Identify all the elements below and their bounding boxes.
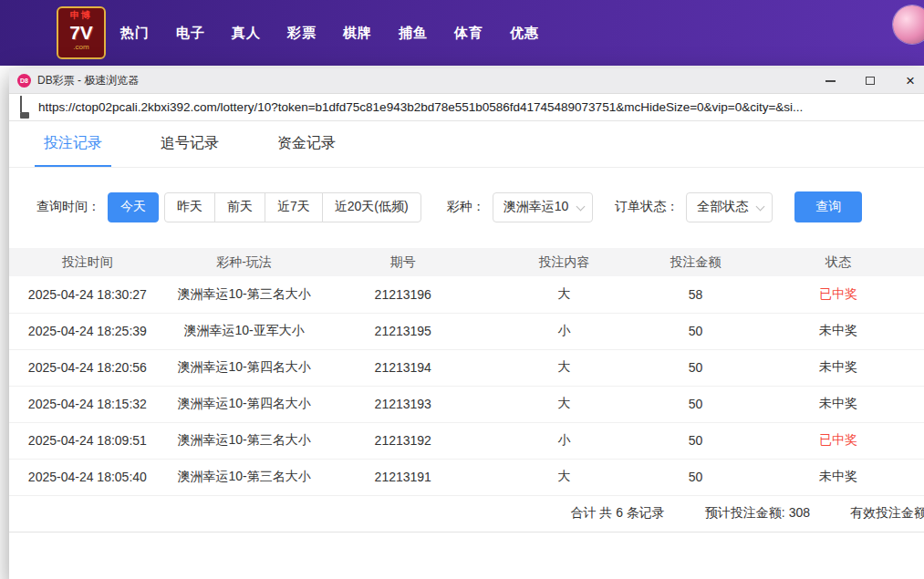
table-row: 2025-04-24 18:15:32 澳洲幸运10-第四名大小 2121319… <box>9 386 924 422</box>
record-tabs: 投注记录 追号记录 资金记录 <box>9 121 924 168</box>
col-header-play: 彩种-玩法 <box>166 248 323 276</box>
time-filter-20days[interactable]: 近20天(低频) <box>322 192 421 222</box>
lottery-select[interactable]: 澳洲幸运10 <box>493 192 594 222</box>
browser-urlbar[interactable]: https://ctop02pcali.2kbxi392.com/lottery… <box>9 94 924 121</box>
cell-status: 未中奖 <box>746 459 924 495</box>
order-status-select[interactable]: 全部状态 <box>686 192 773 222</box>
cell-amount: 50 <box>645 313 746 349</box>
chevron-down-icon <box>756 202 765 211</box>
cell-status: 未中奖 <box>746 386 924 422</box>
time-filter-today[interactable]: 今天 <box>108 192 159 222</box>
cell-issue: 21213191 <box>322 459 483 495</box>
cell-issue: 21213192 <box>322 422 483 459</box>
table-row: 2025-04-24 18:20:56 澳洲幸运10-第四名大小 2121319… <box>9 349 924 386</box>
app-icon: D8 <box>17 74 31 88</box>
cell-play: 澳洲幸运10-第三名大小 <box>166 276 323 313</box>
cell-status: 未中奖 <box>746 313 924 349</box>
browser-titlebar[interactable]: D8 DB彩票 - 极速浏览器 × <box>9 68 924 94</box>
tab-chase-records[interactable]: 追号记录 <box>151 121 228 167</box>
avatar[interactable] <box>893 5 924 44</box>
table-row: 2025-04-24 18:30:27 澳洲幸运10-第三名大小 2121319… <box>9 276 924 313</box>
table-row: 2025-04-24 18:09:51 澳洲幸运10-第三名大小 2121319… <box>9 422 924 459</box>
minimize-button[interactable] <box>810 68 850 93</box>
time-filter-yesterday[interactable]: 昨天 <box>164 192 215 222</box>
url-text[interactable]: https://ctop02pcali.2kbxi392.com/lottery… <box>38 100 803 114</box>
cell-amount: 50 <box>645 459 746 495</box>
close-button[interactable]: × <box>890 68 924 93</box>
logo-text-bottom: .com <box>58 43 104 51</box>
lottery-select-value: 澳洲幸运10 <box>504 199 569 215</box>
col-header-status: 状态 <box>746 248 924 276</box>
minimize-icon <box>825 80 836 82</box>
nav-item-live[interactable]: 真人 <box>232 25 261 42</box>
cell-time: 2025-04-24 18:05:40 <box>9 459 166 495</box>
logo-text-top: 申博 <box>58 9 104 22</box>
cell-time: 2025-04-24 18:30:27 <box>9 276 166 313</box>
time-filter-day-before[interactable]: 前天 <box>214 192 265 222</box>
cell-play: 澳洲幸运10-亚军大小 <box>166 313 323 349</box>
nav-item-hot[interactable]: 热门 <box>120 25 150 42</box>
cell-issue: 21213194 <box>322 349 483 386</box>
order-status-value: 全部状态 <box>697 199 748 215</box>
filter-bar: 查询时间： 今天 昨天 前天 近7天 近20天(低频) 彩种： 澳洲幸运10 订… <box>9 168 924 222</box>
order-status-label: 订单状态： <box>615 199 679 215</box>
cell-time: 2025-04-24 18:25:39 <box>9 313 166 349</box>
table-header-row: 投注时间 彩种-玩法 期号 投注内容 投注金额 状态 <box>9 248 924 276</box>
nav-item-fishing[interactable]: 捕鱼 <box>399 25 428 42</box>
logo-text-main: 7V <box>58 22 104 43</box>
nav-item-slots[interactable]: 电子 <box>176 25 205 42</box>
table-row: 2025-04-24 18:25:39 澳洲幸运10-亚军大小 21213195… <box>9 313 924 349</box>
cell-time: 2025-04-24 18:09:51 <box>9 422 166 459</box>
cell-status: 未中奖 <box>746 349 924 386</box>
chevron-down-icon <box>576 202 586 211</box>
table-row: 2025-04-24 18:05:40 澳洲幸运10-第三名大小 2121319… <box>9 459 924 495</box>
maximize-icon <box>866 77 875 85</box>
cell-status: 已中奖 <box>746 422 924 459</box>
col-header-content: 投注内容 <box>483 248 645 276</box>
cell-content: 大 <box>483 276 645 313</box>
site-header: 申博 7V .com 热门 电子 真人 彩票 棋牌 捕鱼 体育 优惠 <box>0 0 924 66</box>
cell-content: 大 <box>483 349 645 386</box>
page-content: 投注记录 追号记录 资金记录 查询时间： 今天 昨天 前天 近7天 近20天(低… <box>9 121 924 579</box>
summary-expected-amount: 预计投注金额: 308 <box>705 505 810 522</box>
col-header-amount: 投注金额 <box>645 248 746 276</box>
tab-fund-records[interactable]: 资金记录 <box>268 121 345 167</box>
time-filter-label: 查询时间： <box>36 199 100 215</box>
col-header-issue: 期号 <box>322 248 483 276</box>
window-title: DB彩票 - 极速浏览器 <box>37 73 139 88</box>
tab-bet-records[interactable]: 投注记录 <box>35 121 111 167</box>
cell-time: 2025-04-24 18:20:56 <box>9 349 166 386</box>
cell-amount: 58 <box>645 276 746 313</box>
cell-amount: 50 <box>645 422 746 459</box>
close-icon: × <box>906 73 915 88</box>
cell-issue: 21213195 <box>322 313 483 349</box>
summary-total-records: 合计 共 6 条记录 <box>570 505 664 522</box>
cell-amount: 50 <box>645 386 746 422</box>
cell-status: 已中奖 <box>746 276 924 313</box>
nav-item-lottery[interactable]: 彩票 <box>287 25 317 42</box>
maximize-button[interactable] <box>850 68 890 93</box>
lock-icon <box>20 97 30 119</box>
cell-amount: 50 <box>645 349 746 386</box>
bet-records-table: 投注时间 彩种-玩法 期号 投注内容 投注金额 状态 2025-04-24 18… <box>9 248 924 496</box>
cell-content: 小 <box>483 313 645 349</box>
nav-item-sports[interactable]: 体育 <box>454 25 483 42</box>
cell-play: 澳洲幸运10-第三名大小 <box>166 422 323 459</box>
site-logo[interactable]: 申博 7V .com <box>57 6 106 59</box>
main-nav: 热门 电子 真人 彩票 棋牌 捕鱼 体育 优惠 <box>120 0 539 66</box>
search-button[interactable]: 查询 <box>794 191 862 222</box>
cell-issue: 21213196 <box>322 276 483 313</box>
lottery-filter-label: 彩种： <box>447 199 485 215</box>
browser-window: D8 DB彩票 - 极速浏览器 × https://ctop02pcali.2k… <box>9 68 924 579</box>
cell-issue: 21213193 <box>322 386 483 422</box>
col-header-time: 投注时间 <box>9 248 166 276</box>
nav-item-cards[interactable]: 棋牌 <box>343 25 372 42</box>
nav-item-promo[interactable]: 优惠 <box>510 25 539 42</box>
cell-content: 大 <box>483 386 645 422</box>
summary-bar: 合计 共 6 条记录 预计投注金额: 308 有效投注金额 <box>9 496 924 532</box>
time-filter-7days[interactable]: 近7天 <box>265 192 323 222</box>
cell-play: 澳洲幸运10-第四名大小 <box>166 349 323 386</box>
cell-play: 澳洲幸运10-第四名大小 <box>166 386 323 422</box>
cell-time: 2025-04-24 18:15:32 <box>9 386 166 422</box>
cell-play: 澳洲幸运10-第三名大小 <box>166 459 323 495</box>
